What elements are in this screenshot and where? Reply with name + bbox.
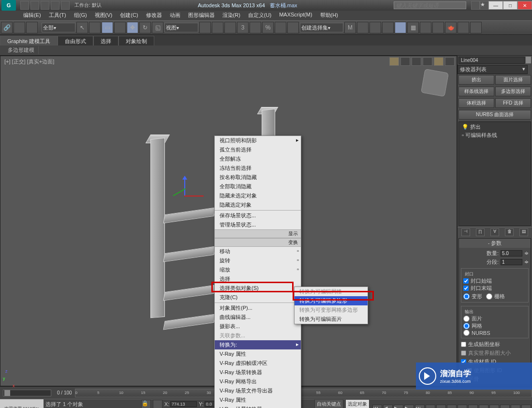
window-cross-icon[interactable] [114,22,126,33]
save-icon[interactable] [41,1,49,10]
link-icon[interactable]: 🔗 [1,22,13,33]
ctx-item[interactable]: 保存场景状态... [215,211,301,220]
viewcube[interactable] [421,69,449,97]
named-sel-combo[interactable]: 创建选择集 ▾ [300,23,343,32]
menu-item[interactable]: 工具(T) [45,11,70,20]
ctx-item[interactable]: 摄影表... [215,322,301,331]
out-mesh-radio[interactable] [463,323,470,329]
modifier-btn[interactable]: 面片选择 [495,75,531,85]
time-slider[interactable] [3,390,51,396]
ctx-item[interactable]: V-Ray 场景转换器 [215,368,301,377]
pin-stack-icon[interactable]: ⊣ [461,228,470,236]
nav1-icon[interactable] [447,405,457,408]
play-next-icon[interactable]: ▶ [404,405,414,408]
ctx-item[interactable]: V-Ray 网格导出 [215,377,301,386]
render-frame-icon[interactable] [432,22,444,33]
ctx-item[interactable]: 转换为可编辑网格 [295,287,368,296]
object-name-field[interactable] [458,57,525,64]
play-prev-icon[interactable]: ◀ [383,405,393,408]
nav3-icon[interactable] [468,405,478,408]
render-setup-icon[interactable] [420,22,431,33]
nav5-icon[interactable] [489,405,499,408]
manip-icon[interactable] [212,22,223,33]
curve-ed-icon[interactable] [382,22,394,33]
help-icon[interactable] [471,1,480,10]
ctx-item[interactable]: 冻结当前选择 [215,164,301,173]
viewport-label[interactable]: [+] [正交] [真实+边面] [4,58,54,65]
nav8-icon[interactable] [521,405,531,408]
ctx-item[interactable]: 关联参数... [215,331,301,340]
new-icon[interactable] [20,1,29,10]
menu-item[interactable]: 自定义(U) [244,11,275,20]
mat-ed-icon[interactable]: ▦ [407,22,419,33]
out-patch-radio[interactable] [463,316,470,322]
ctx-item[interactable]: 对象属性(P)... [215,303,301,313]
ctx-item[interactable]: 转换为: [215,340,301,349]
extra1-icon[interactable] [458,22,469,33]
color-swatch[interactable] [526,57,531,63]
snap2-icon[interactable] [224,22,236,33]
ribbon-tab[interactable]: Graphite 建模工具 [0,36,58,45]
pivot-icon[interactable] [199,22,211,33]
ribbon-tab[interactable]: 自由形式 [58,36,93,45]
unique-icon[interactable]: ∀ [490,228,499,236]
ctx-item[interactable]: 选择类似对象(S) [215,284,301,293]
undo-icon[interactable] [51,1,59,10]
selection-filter[interactable]: 全部 ▾ [42,23,75,32]
amount-spinner[interactable] [501,250,522,257]
nav7-icon[interactable] [511,405,520,408]
vp-icon-3[interactable] [412,57,421,66]
app-icon[interactable]: G [1,0,16,11]
rollout-params[interactable]: - 参数 [459,239,531,248]
redo-icon[interactable] [61,1,70,10]
vp-icon-6[interactable] [445,57,455,66]
named-sel-icon[interactable] [287,22,299,33]
modifier-btn[interactable]: FFD 选择 [495,98,531,108]
ctx-item[interactable]: 选择 [215,274,301,284]
nav2-icon[interactable] [458,405,467,408]
vp-icon-1[interactable] [389,57,399,66]
abs-icon[interactable] [153,400,163,408]
menu-item[interactable]: 图形编辑器 [184,11,219,20]
ctx-item[interactable]: 缩放▫ [215,265,301,274]
lock-icon[interactable]: 🔒 [141,400,151,408]
segments-spinner[interactable] [501,259,522,265]
ref-coord[interactable]: 视图 ▾ [164,23,198,32]
menu-item[interactable]: 组(G) [70,11,91,20]
ctx-item[interactable]: 转换为可编辑多边形 [295,296,368,305]
real-uv-check[interactable] [461,350,466,356]
ctx-item[interactable]: 曲线编辑器... [215,313,301,322]
ctx-item[interactable]: 全部解冻 [215,154,301,164]
cap-morph-radio[interactable] [463,293,470,300]
iso-icon[interactable] [436,405,446,408]
nav4-icon[interactable] [479,405,488,408]
extra2-icon[interactable] [470,22,482,33]
remove-mod-icon[interactable]: 🗑 [505,228,514,236]
open-icon[interactable] [30,1,39,10]
maxscript-mini[interactable]: 欢迎使用 MAXSc: [0,399,44,408]
bind-icon[interactable] [26,22,38,33]
ctx-item[interactable]: 旋转▫ [215,256,301,265]
menu-item[interactable]: 修改器 [142,11,166,20]
close-button[interactable]: ✕ [517,1,532,10]
ctx-item[interactable]: 视口照明和阴影 [215,136,301,145]
modifier-btn[interactable]: 多边形选择 [495,87,531,96]
spinner-snap-icon[interactable] [275,22,286,33]
ctx-item[interactable]: 管理场景状态... [215,220,301,229]
layer-icon[interactable] [369,22,381,33]
vp-icon-2[interactable] [400,57,410,66]
ctx-item[interactable]: V-Ray 场景转换器 [215,405,301,408]
menu-item[interactable]: 创建(C) [116,11,142,20]
vp-icon-4[interactable] [423,57,432,66]
scale-icon[interactable]: ◱ [152,22,163,33]
ctx-item[interactable]: 克隆(C) [215,293,301,302]
ctx-item[interactable]: 转换为可变形网格多边形 [295,305,368,315]
help-search[interactable] [394,1,466,9]
select-icon[interactable]: ↖ [76,22,88,33]
ctx-item[interactable]: 孤立当前选择 [215,145,301,154]
ctx-item[interactable]: V-Ray 属性 [215,395,301,405]
ctx-item[interactable]: 移动▫ [215,247,301,256]
menu-item[interactable]: 编辑(E) [19,11,45,20]
time-ruler[interactable]: 0510152025303540455055606570758085909510… [75,389,532,397]
time-config-icon[interactable] [426,405,435,408]
